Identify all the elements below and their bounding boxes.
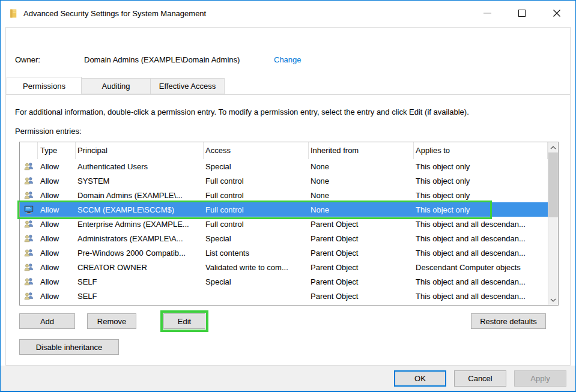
table-row[interactable]: AllowAdministrators (EXAMPLE\A...Special…: [20, 231, 548, 246]
permission-entries-label: Permission entries:: [15, 127, 82, 136]
cell-inherited-from: Parent Object: [309, 277, 414, 286]
users-icon: [20, 277, 38, 286]
cell-inherited-from: Parent Object: [309, 234, 414, 243]
close-icon[interactable]: [544, 1, 570, 26]
users-icon: [20, 234, 38, 243]
cell-inherited-from: None: [309, 176, 414, 185]
table-row[interactable]: AllowPre-Windows 2000 Compatib...List co…: [20, 246, 548, 260]
cell-principal: CREATOR OWNER: [76, 263, 204, 272]
cell-applies-to: This object only: [414, 162, 548, 171]
table-row[interactable]: AllowDomain Admins (EXAMPLE\...Full cont…: [20, 188, 548, 202]
cell-inherited-from: None: [309, 205, 414, 214]
header-principal[interactable]: Principal: [76, 142, 204, 159]
folder-icon: [8, 8, 19, 19]
restore-defaults-button[interactable]: Restore defaults: [471, 313, 546, 329]
cell-applies-to: This object and all descendan...: [414, 277, 548, 286]
dialog-footer: OK Cancel Apply: [1, 366, 575, 391]
cell-applies-to: This object and all descendan...: [414, 234, 548, 243]
cell-principal: Authenticated Users: [76, 162, 204, 171]
cell-principal: SELF: [76, 292, 204, 301]
table-row[interactable]: AllowAuthenticated UsersSpecialNoneThis …: [20, 159, 548, 173]
cell-applies-to: This object only: [414, 191, 548, 200]
users-icon: [20, 262, 38, 272]
edit-button[interactable]: Edit: [163, 313, 205, 329]
cell-access: Full control: [204, 205, 309, 214]
owner-label: Owner:: [15, 55, 40, 64]
cell-principal: SYSTEM: [76, 176, 204, 185]
cancel-button[interactable]: Cancel: [454, 370, 506, 387]
permission-entries-table: Type Principal Access Inherited from App…: [19, 142, 559, 306]
users-icon: [20, 219, 38, 229]
ok-button[interactable]: OK: [394, 370, 446, 387]
scrollbar-thumb[interactable]: [548, 152, 558, 217]
cell-applies-to: This object and all descendan...: [414, 220, 548, 229]
header-inherited-from[interactable]: Inherited from: [309, 142, 414, 159]
computer-icon: [20, 205, 38, 214]
cell-inherited-from: Parent Object: [309, 292, 414, 301]
cell-inherited-from: None: [309, 162, 414, 171]
cell-principal: SELF: [76, 277, 204, 286]
cell-type: Allow: [38, 249, 76, 258]
remove-button[interactable]: Remove: [87, 313, 136, 329]
cell-type: Allow: [38, 292, 76, 301]
maximize-button[interactable]: [509, 1, 535, 26]
main-panel: Owner: Domain Admins (EXAMPLE\Domain Adm…: [5, 27, 571, 366]
cell-type: Allow: [38, 205, 76, 214]
cell-applies-to: This object only: [414, 205, 548, 214]
add-button[interactable]: Add: [19, 313, 75, 329]
header-type[interactable]: Type: [38, 142, 76, 159]
users-icon: [20, 248, 38, 258]
cell-principal: Pre-Windows 2000 Compatib...: [76, 249, 204, 258]
users-icon: [20, 161, 38, 171]
cell-access: Full control: [204, 220, 309, 229]
tab-divider: [6, 94, 570, 95]
cell-inherited-from: Parent Object: [309, 220, 414, 229]
cell-principal: Domain Admins (EXAMPLE\...: [76, 191, 204, 200]
table-row[interactable]: AllowSCCM (EXAMPLE\SCCM$)Full controlNon…: [20, 202, 548, 217]
scroll-down-icon[interactable]: [548, 295, 558, 305]
table-row[interactable]: AllowSELFSpecialParent ObjectThis object…: [20, 274, 548, 289]
table-row[interactable]: AllowSYSTEMFull controlNoneThis object o…: [20, 173, 548, 188]
table-header: Type Principal Access Inherited from App…: [20, 142, 548, 159]
scroll-up-icon[interactable]: [548, 142, 558, 152]
minimize-button: [474, 1, 500, 26]
header-applies-to[interactable]: Applies to: [414, 142, 548, 159]
header-icon-column: [20, 142, 38, 159]
cell-applies-to: This object and all descendan...: [414, 249, 548, 258]
cell-inherited-from: None: [309, 191, 414, 200]
window-title: Advanced Security Settings for System Ma…: [23, 9, 206, 18]
cell-type: Allow: [38, 191, 76, 200]
cell-type: Allow: [38, 176, 76, 185]
tab-permissions[interactable]: Permissions: [7, 77, 82, 94]
table-row[interactable]: AllowSELFParent ObjectThis object and al…: [20, 289, 548, 303]
owner-value: Domain Admins (EXAMPLE\Domain Admins): [84, 55, 240, 64]
tab-auditing[interactable]: Auditing: [81, 78, 151, 94]
cell-access: List contents: [204, 249, 309, 258]
table-row[interactable]: AllowEnterprise Admins (EXAMPLE...Full c…: [20, 217, 548, 231]
cell-type: Allow: [38, 162, 76, 171]
tab-effective-access[interactable]: Effective Access: [150, 78, 225, 94]
cell-type: Allow: [38, 263, 76, 272]
cell-access: Validated write to com...: [204, 263, 309, 272]
title-bar: Advanced Security Settings for System Ma…: [1, 1, 575, 27]
users-icon: [20, 190, 38, 200]
cell-type: Allow: [38, 277, 76, 286]
cell-access: Full control: [204, 176, 309, 185]
disable-inheritance-button[interactable]: Disable inheritance: [19, 339, 119, 355]
cell-inherited-from: Parent Object: [309, 263, 414, 272]
vertical-scrollbar[interactable]: [548, 142, 558, 305]
dialog-window: Advanced Security Settings for System Ma…: [0, 0, 576, 392]
cell-type: Allow: [38, 220, 76, 229]
cell-access: Special: [204, 162, 309, 171]
cell-access: Special: [204, 277, 309, 286]
cell-principal: Enterprise Admins (EXAMPLE...: [76, 220, 204, 229]
tab-strip: Permissions Auditing Effective Access: [7, 78, 224, 94]
cell-inherited-from: Parent Object: [309, 249, 414, 258]
change-owner-link[interactable]: Change: [274, 55, 302, 64]
header-access[interactable]: Access: [204, 142, 309, 159]
cell-type: Allow: [38, 234, 76, 243]
table-row[interactable]: AllowCREATOR OWNERValidated write to com…: [20, 260, 548, 274]
cell-principal: Administrators (EXAMPLE\A...: [76, 234, 204, 243]
cell-access: Full control: [204, 191, 309, 200]
apply-button: Apply: [514, 370, 566, 387]
